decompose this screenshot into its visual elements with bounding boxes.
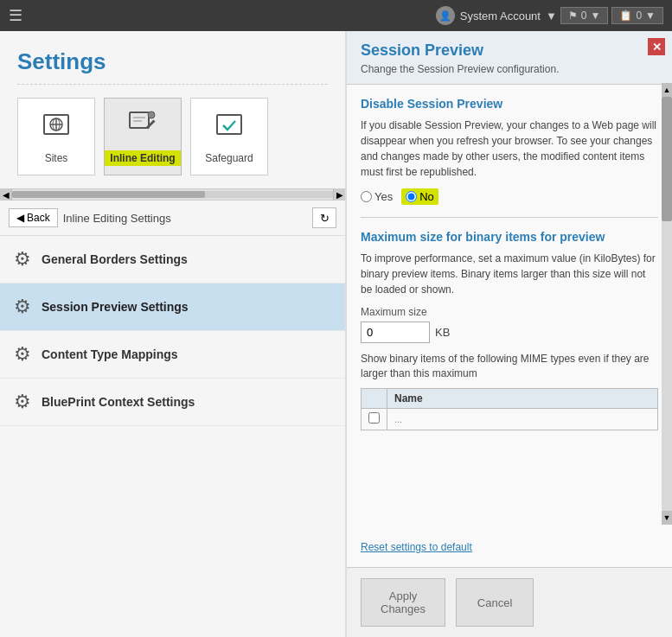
right-scrollbar: ▲ ▼ — [662, 83, 672, 525]
gear-icon-content: ⚙ — [14, 343, 31, 366]
scrollbar-track — [662, 97, 672, 511]
table-row: ... — [362, 408, 658, 430]
scroll-right-btn[interactable]: ▶ — [333, 188, 345, 201]
section2-title: Maximum size for binary items for previe… — [361, 230, 658, 244]
yes-radio-label: Yes — [374, 190, 393, 203]
max-size-label: Maximum size — [361, 306, 658, 318]
settings-item-session-preview[interactable]: ⚙ Session Preview Settings — [0, 283, 345, 331]
section-divider-1 — [361, 217, 658, 218]
clipboard-badge[interactable]: 📋 0 ▼ — [611, 7, 663, 24]
no-radio[interactable] — [406, 191, 417, 202]
back-label: Back — [27, 212, 50, 224]
scrollbar-up-btn[interactable]: ▲ — [662, 83, 672, 97]
right-title: Session Preview — [361, 41, 658, 60]
flag-icon: ⚑ — [568, 10, 578, 22]
svg-rect-5 — [130, 112, 149, 128]
refresh-button[interactable]: ↻ — [312, 207, 336, 228]
right-footer: ApplyChanges Cancel — [347, 567, 672, 637]
disable-preview-radio-row: Yes No — [361, 188, 658, 205]
section2-text: To improve performance, set a maximum va… — [361, 251, 658, 297]
reset-link[interactable]: Reset settings to default — [361, 541, 658, 553]
tile-safeguard[interactable]: Safeguard — [190, 98, 268, 175]
clipboard-dropdown-icon: ▼ — [645, 10, 656, 22]
sites-label: Sites — [45, 152, 68, 164]
right-header: Session Preview Change the Session Previ… — [347, 31, 672, 85]
section1-title: Disable Session Preview — [361, 97, 658, 111]
right-panel: ✕ Session Preview Change the Session Pre… — [346, 31, 672, 637]
flag-dropdown-icon: ▼ — [591, 10, 601, 22]
page-title: Settings — [0, 31, 345, 84]
mime-table: Name ... — [361, 388, 658, 430]
radio-no-highlighted[interactable]: No — [401, 188, 438, 205]
settings-item-content-type[interactable]: ⚙ Content Type Mappings — [0, 331, 345, 379]
settings-item-blueprint[interactable]: ⚙ BluePrint Context Settings — [0, 379, 345, 426]
close-button[interactable]: ✕ — [648, 38, 665, 55]
svg-rect-10 — [217, 115, 241, 134]
back-button[interactable]: ◀ Back — [9, 208, 58, 227]
no-radio-label: No — [419, 190, 434, 203]
tile-inline-editing[interactable]: Inline Editing — [104, 98, 182, 175]
topbar-left: ☰ — [9, 6, 22, 25]
left-panel: Settings Sites — [0, 31, 346, 637]
content-type-label: Content Type Mappings — [42, 347, 178, 361]
gear-icon-session: ⚙ — [14, 296, 31, 318]
topbar: ☰ 👤 System Account ▼ ⚑ 0 ▼ 📋 0 ▼ — [0, 0, 672, 31]
clipboard-icon: 📋 — [619, 10, 632, 22]
account-dropdown-icon[interactable]: ▼ — [546, 10, 557, 22]
tile-sites[interactable]: Sites — [17, 98, 95, 175]
avatar: 👤 — [436, 6, 455, 25]
mime-name-col-header: Name — [387, 388, 658, 408]
svg-point-9 — [148, 111, 155, 118]
inline-editing-label: Inline Editing — [105, 150, 180, 166]
kb-label: KB — [435, 326, 450, 339]
scrollbar-down-btn[interactable]: ▼ — [662, 511, 672, 525]
inline-editing-icon — [127, 108, 158, 145]
sites-icon — [41, 110, 72, 147]
gear-icon-general: ⚙ — [14, 248, 31, 271]
yes-radio[interactable] — [361, 191, 372, 202]
footer-buttons: ApplyChanges Cancel — [361, 578, 534, 627]
right-content: Disable Session Preview If you disable S… — [347, 85, 672, 541]
topbar-right: 👤 System Account ▼ ⚑ 0 ▼ 📋 0 ▼ — [436, 6, 663, 25]
reset-link-area: Reset settings to default — [347, 541, 672, 567]
section1-text: If you disable Session Preview, your cha… — [361, 118, 658, 180]
flag-badge[interactable]: ⚑ 0 ▼ — [560, 7, 609, 24]
flag-count: 0 — [581, 10, 587, 22]
account-area: 👤 System Account ▼ — [436, 6, 557, 25]
scroll-thumb — [12, 191, 205, 198]
back-arrow-icon: ◀ — [16, 212, 24, 224]
back-navigation: ◀ Back Inline Editing Settings ↻ — [0, 201, 345, 236]
gear-icon-blueprint: ⚙ — [14, 391, 31, 413]
mime-checkbox[interactable] — [368, 412, 380, 424]
breadcrumb-label: Inline Editing Settings — [63, 212, 307, 225]
safeguard-label: Safeguard — [205, 152, 253, 164]
apply-button[interactable]: ApplyChanges — [361, 578, 445, 627]
blueprint-label: BluePrint Context Settings — [42, 395, 195, 409]
icon-tiles-row: Sites Inline Editing — [0, 85, 345, 188]
general-borders-label: General Borders Settings — [42, 252, 188, 266]
account-label: System Account — [460, 10, 541, 22]
settings-list: ⚙ General Borders Settings ⚙ Session Pre… — [0, 236, 345, 637]
settings-item-general-borders[interactable]: ⚙ General Borders Settings — [0, 236, 345, 283]
mime-checkbox-cell[interactable] — [362, 408, 387, 430]
right-subtitle: Change the Session Preview configuration… — [361, 63, 658, 75]
horizontal-scrollbar: ◀ ▶ — [0, 188, 345, 201]
clipboard-count: 0 — [636, 10, 642, 22]
session-preview-label: Session Preview Settings — [42, 300, 189, 314]
hamburger-icon[interactable]: ☰ — [9, 6, 22, 25]
cancel-button[interactable]: Cancel — [456, 578, 534, 627]
main-layout: Settings Sites — [0, 31, 672, 637]
show-mime-text: Show binary items of the following MIME … — [361, 352, 658, 381]
scroll-left-btn[interactable]: ◀ — [0, 188, 12, 201]
mime-check-col-header — [362, 388, 387, 408]
max-size-row: KB — [361, 322, 658, 343]
max-size-input[interactable] — [361, 322, 430, 343]
mime-name-cell: ... — [387, 408, 658, 430]
scroll-track — [12, 191, 333, 198]
safeguard-icon — [214, 110, 245, 147]
radio-yes-option[interactable]: Yes — [361, 190, 393, 203]
scrollbar-thumb — [662, 97, 672, 221]
